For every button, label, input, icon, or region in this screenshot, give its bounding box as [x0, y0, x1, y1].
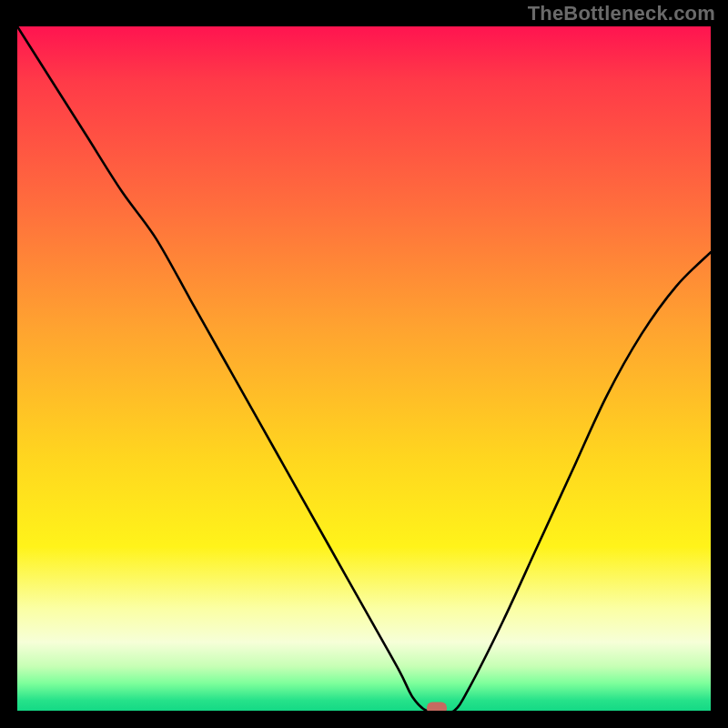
chart-frame: TheBottleneck.com	[0, 0, 728, 728]
curve-path	[17, 26, 711, 711]
plot-area	[17, 26, 711, 711]
optimum-marker	[427, 703, 447, 712]
watermark-text: TheBottleneck.com	[528, 2, 715, 25]
bottleneck-curve	[17, 26, 711, 711]
